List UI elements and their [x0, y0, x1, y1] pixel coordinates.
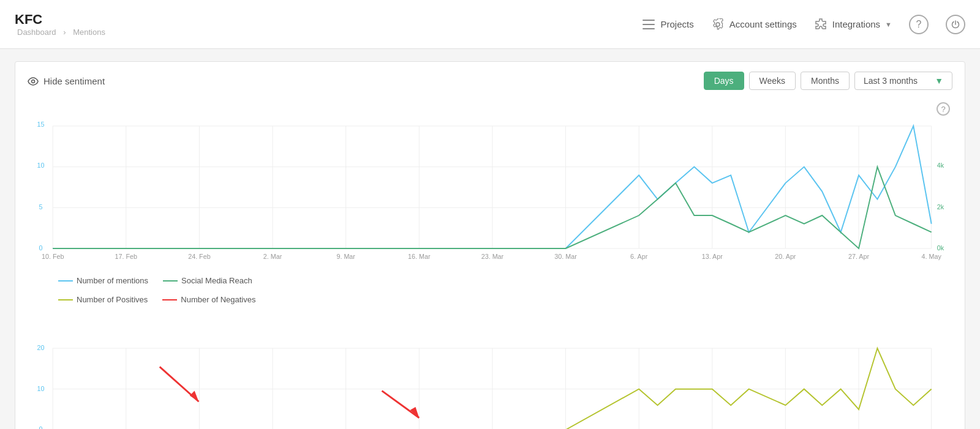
arrow-2 [382, 391, 420, 418]
svg-text:0k: 0k [937, 244, 944, 252]
projects-label: Projects [660, 19, 693, 29]
negatives-legend-label: Number of Negatives [181, 295, 255, 304]
hide-sentiment-button[interactable]: Hide sentiment [28, 76, 105, 86]
projects-nav[interactable]: Projects [642, 18, 693, 31]
svg-rect-1 [643, 24, 655, 25]
svg-rect-0 [643, 20, 655, 21]
breadcrumb-sep: › [63, 28, 66, 37]
chart-panel: Hide sentiment Days Weeks Months Last 3 … [15, 61, 965, 429]
days-button[interactable]: Days [704, 72, 744, 90]
legend-positives: Number of Positives [58, 295, 148, 304]
app-name: KFC [15, 12, 108, 28]
main-content: Hide sentiment Days Weeks Months Last 3 … [0, 49, 980, 429]
puzzle-icon [814, 18, 827, 31]
svg-text:15: 15 [37, 121, 45, 128]
chart-legend-1: Number of mentions Social Media Reach [28, 271, 952, 290]
chart-toolbar: Hide sentiment Days Weeks Months Last 3 … [28, 72, 952, 90]
account-settings-label: Account settings [729, 19, 797, 29]
chart-legend-2: Number of Positives Number of Negatives [28, 290, 952, 309]
svg-text:24. Feb: 24. Feb [188, 253, 211, 260]
mentions-legend-label: Number of mentions [77, 276, 148, 285]
social-legend-label: Social Media Reach [181, 276, 252, 285]
breadcrumb: Dashboard › Mentions [15, 28, 108, 37]
integrations-label: Integrations [832, 19, 880, 29]
svg-text:13. Apr: 13. Apr [702, 253, 723, 260]
legend-mentions: Number of mentions [58, 276, 148, 285]
svg-text:30. Mar: 30. Mar [554, 253, 577, 260]
negatives-legend-line [162, 299, 177, 300]
legend-social: Social Media Reach [163, 276, 252, 285]
svg-text:4. May: 4. May [922, 253, 942, 260]
svg-text:10: 10 [37, 162, 45, 169]
svg-text:0: 0 [39, 244, 43, 252]
breadcrumb-current: Mentions [73, 28, 105, 37]
power-icon[interactable] [946, 15, 965, 34]
hide-sentiment-label: Hide sentiment [43, 76, 105, 86]
account-settings-nav[interactable]: Account settings [711, 18, 797, 31]
help-icon[interactable]: ? [909, 15, 929, 34]
svg-line-72 [382, 391, 420, 418]
social-legend-line [163, 280, 178, 282]
hamburger-icon [642, 18, 655, 31]
breadcrumb-home[interactable]: Dashboard [17, 28, 56, 37]
svg-rect-2 [643, 28, 655, 29]
weeks-button[interactable]: Weeks [749, 72, 796, 90]
toolbar-right: Days Weeks Months Last 3 months ▼ [704, 72, 952, 90]
svg-text:5: 5 [39, 203, 43, 211]
svg-text:17. Feb: 17. Feb [115, 253, 138, 260]
svg-text:20: 20 [37, 344, 45, 351]
gear-icon [711, 18, 725, 31]
chevron-down-icon: ▼ [885, 21, 892, 28]
svg-text:20. Apr: 20. Apr [775, 253, 796, 260]
svg-text:2k: 2k [937, 203, 944, 211]
header-left: KFC Dashboard › Mentions [15, 12, 108, 37]
header: KFC Dashboard › Mentions Projects Accoun… [0, 0, 980, 49]
months-button[interactable]: Months [801, 72, 850, 90]
period-label: Last 3 months [864, 76, 918, 86]
mentions-legend-line [58, 280, 73, 282]
chart-area-2: Number of Positives Number of Negatives … [28, 290, 952, 429]
period-dropdown[interactable]: Last 3 months ▼ [854, 72, 952, 90]
svg-text:10. Feb: 10. Feb [42, 253, 64, 260]
svg-text:2. Mar: 2. Mar [263, 253, 282, 260]
legend-negatives: Number of Negatives [162, 295, 255, 304]
svg-text:27. Apr: 27. Apr [848, 253, 870, 260]
dropdown-chevron-icon: ▼ [935, 76, 943, 86]
svg-text:16. Mar: 16. Mar [408, 253, 431, 260]
arrow-1 [160, 367, 199, 401]
svg-text:10: 10 [37, 385, 45, 392]
chart-help-icon[interactable]: ? [937, 102, 950, 116]
svg-text:9. Mar: 9. Mar [336, 253, 355, 260]
chart-area-1: ? 0 5 10 15 0k 2k 4k [28, 100, 952, 290]
positives-legend-label: Number of Positives [77, 295, 148, 304]
svg-text:4k: 4k [937, 162, 944, 169]
chart-svg-2: 0 10 20 [28, 311, 952, 429]
svg-text:23. Mar: 23. Mar [481, 253, 504, 260]
positives-legend-line [58, 299, 73, 300]
chart-svg-1: 0 5 10 15 0k 2k 4k [28, 100, 952, 271]
svg-text:0: 0 [39, 425, 43, 429]
header-nav: Projects Account settings Integrations ▼… [642, 15, 965, 34]
svg-marker-71 [190, 391, 199, 402]
integrations-nav[interactable]: Integrations ▼ [814, 18, 892, 31]
svg-point-3 [32, 80, 35, 83]
svg-text:6. Apr: 6. Apr [630, 253, 648, 260]
